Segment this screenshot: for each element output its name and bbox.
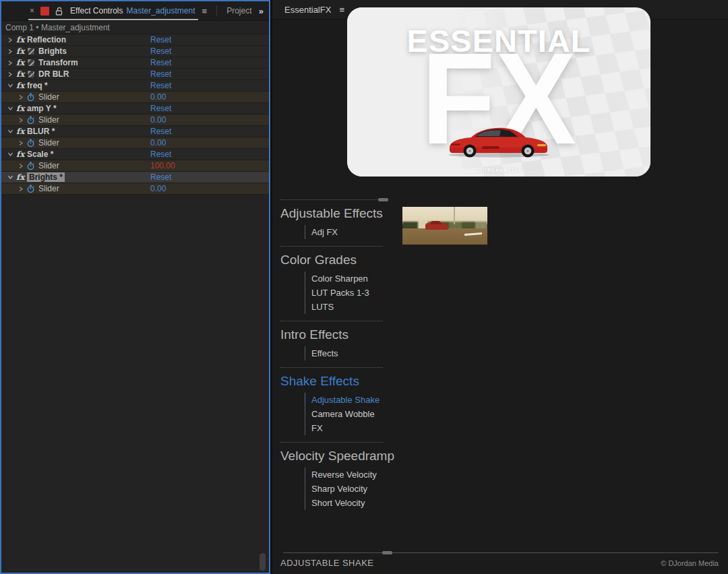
effect-name[interactable]: DR BLR: [38, 69, 69, 79]
chevron-down-icon[interactable]: [7, 83, 13, 88]
reset-link[interactable]: Reset: [150, 150, 171, 159]
section-adjustable-effects[interactable]: Adjustable Effects: [280, 206, 386, 221]
divider-grip[interactable]: [382, 551, 392, 554]
chevron-right-icon[interactable]: [18, 186, 24, 192]
fx-item-fx[interactable]: FX: [305, 421, 386, 435]
section-velocity-speedramp[interactable]: Velocity Speedramp: [280, 449, 386, 464]
effect-name[interactable]: BLUR *: [27, 127, 55, 136]
tab-essentialfx[interactable]: EssentialFX: [284, 5, 331, 15]
fx-browser: Adjustable Effects Adj FX Color Grades C…: [272, 199, 728, 547]
effect-row-amp-y[interactable]: fx amp Y * Reset: [1, 103, 269, 115]
section-intro-effects[interactable]: Intro Effects: [280, 327, 386, 342]
fx-badge-icon: fx: [16, 104, 27, 113]
unlock-icon[interactable]: [55, 7, 63, 15]
stopwatch-icon[interactable]: [26, 185, 35, 193]
tab-overflow-icon[interactable]: »: [259, 6, 264, 16]
effect-row-reflection[interactable]: fx Reflection Reset: [1, 34, 269, 46]
reset-link[interactable]: Reset: [150, 127, 171, 136]
fx-item-sharp-velocity[interactable]: Sharp Velocity: [305, 482, 386, 496]
essentialfx-panel: EssentialFX ≡ ESSENTIAL FX: [272, 0, 728, 574]
chevron-right-icon[interactable]: [7, 37, 13, 43]
slider-row[interactable]: Slider 0.00: [1, 137, 269, 149]
stopwatch-icon[interactable]: [26, 93, 35, 102]
chevron-right-icon[interactable]: [18, 117, 24, 123]
fx-item-effects[interactable]: Effects: [305, 346, 386, 360]
slider-row[interactable]: Slider 100.00: [1, 160, 269, 172]
chevron-down-icon[interactable]: [7, 152, 13, 157]
fx-badge-icon: fx: [16, 46, 27, 56]
chevron-right-icon[interactable]: [7, 71, 13, 77]
reset-link[interactable]: Reset: [150, 58, 171, 67]
slider-value[interactable]: 0.00: [150, 138, 166, 148]
chevron-right-icon[interactable]: [7, 60, 13, 66]
effect-name[interactable]: Scale *: [27, 150, 53, 159]
chevron-right-icon[interactable]: [18, 163, 24, 169]
effect-name[interactable]: freq *: [27, 81, 48, 90]
effect-name[interactable]: amp Y *: [27, 104, 57, 113]
hero-banner: ESSENTIAL FX: [347, 7, 650, 177]
slider-row[interactable]: Slider 0.00: [1, 115, 269, 126]
stopwatch-icon[interactable]: [26, 162, 35, 170]
slider-row[interactable]: Slider 0.00: [1, 92, 269, 103]
effect-name[interactable]: Brights: [38, 46, 67, 56]
effect-name-selected[interactable]: Brights *: [27, 172, 65, 182]
section-color-grades[interactable]: Color Grades: [280, 253, 386, 267]
chevron-down-icon[interactable]: [7, 174, 13, 180]
effect-name[interactable]: Transform: [38, 58, 78, 67]
fx-item-adj-fx[interactable]: Adj FX: [305, 225, 386, 239]
slider-label[interactable]: Slider: [38, 161, 59, 170]
effect-name[interactable]: Reflection: [27, 35, 66, 44]
reset-link[interactable]: Reset: [150, 69, 171, 79]
slider-row[interactable]: Slider 0.00: [1, 183, 269, 195]
effect-row-dr-blr[interactable]: fx DR BLR Reset: [1, 69, 269, 80]
effect-row-brights[interactable]: fx Brights Reset: [1, 46, 269, 57]
chevron-right-icon[interactable]: [18, 140, 24, 146]
fx-item-camera-wobble[interactable]: Camera Wobble: [305, 407, 386, 421]
tab-effect-controls-target[interactable]: Master_adjustment: [127, 6, 195, 15]
divider-grip[interactable]: [378, 198, 388, 201]
fx-badge-icon: fx: [16, 35, 27, 44]
stopwatch-icon[interactable]: [26, 116, 35, 125]
slider-label[interactable]: Slider: [38, 115, 59, 125]
reset-link[interactable]: Reset: [150, 172, 171, 182]
fx-item-color-sharpen[interactable]: Color Sharpen: [305, 272, 386, 286]
slider-value[interactable]: 0.00: [150, 92, 166, 102]
stopwatch-icon[interactable]: [26, 139, 35, 148]
slider-label[interactable]: Slider: [38, 92, 59, 102]
fx-item-reverse-velocity[interactable]: Reverse Velocity: [305, 468, 386, 482]
slider-value-modified[interactable]: 100.00: [150, 161, 175, 170]
effect-row-scale[interactable]: fx Scale * Reset: [1, 149, 269, 160]
section-shake-effects[interactable]: Shake Effects: [280, 374, 386, 389]
chevron-down-icon[interactable]: [7, 129, 13, 134]
effect-row-blur[interactable]: fx BLUR * Reset: [1, 126, 269, 137]
reset-link[interactable]: Reset: [150, 81, 171, 90]
effect-row-transform[interactable]: fx Transform Reset: [1, 57, 269, 69]
slider-label[interactable]: Slider: [38, 138, 59, 148]
slider-value[interactable]: 0.00: [150, 115, 166, 125]
fx-item-lut-packs[interactable]: LUT Packs 1-3: [305, 286, 386, 300]
fx-item-adjustable-shake[interactable]: Adjustable Shake: [305, 393, 386, 407]
effect-row-freq[interactable]: fx freq * Reset: [1, 80, 269, 92]
vertical-scrollbar-thumb[interactable]: [260, 553, 266, 571]
chevron-down-icon[interactable]: [7, 106, 13, 111]
effect-row-brights-selected[interactable]: fx Brights * Reset: [1, 172, 269, 183]
panel-menu-icon[interactable]: ≡: [202, 6, 208, 16]
slider-value[interactable]: 0.00: [150, 184, 166, 193]
reset-link[interactable]: Reset: [150, 35, 171, 44]
chevron-right-icon[interactable]: [7, 49, 13, 55]
chevron-right-icon[interactable]: [18, 94, 24, 100]
fx-item-short-velocity[interactable]: Short Velocity: [305, 496, 386, 510]
slider-label[interactable]: Slider: [38, 184, 59, 193]
effect-preview-thumbnail[interactable]: [402, 207, 487, 245]
fx-item-luts[interactable]: LUTS: [305, 300, 386, 314]
tab-effect-controls[interactable]: Effect Controls: [70, 6, 123, 15]
reset-link[interactable]: Reset: [150, 46, 171, 56]
close-icon[interactable]: ×: [30, 6, 34, 15]
panel-menu-icon[interactable]: ≡: [339, 5, 344, 15]
section-divider: [280, 442, 383, 443]
tab-project[interactable]: Project: [226, 6, 251, 15]
fx-badge-icon: fx: [16, 58, 27, 67]
section-divider: [280, 321, 383, 321]
reset-link[interactable]: Reset: [150, 104, 171, 113]
app-window: × Effect Controls Master_adjustment ≡ Pr…: [0, 0, 728, 574]
